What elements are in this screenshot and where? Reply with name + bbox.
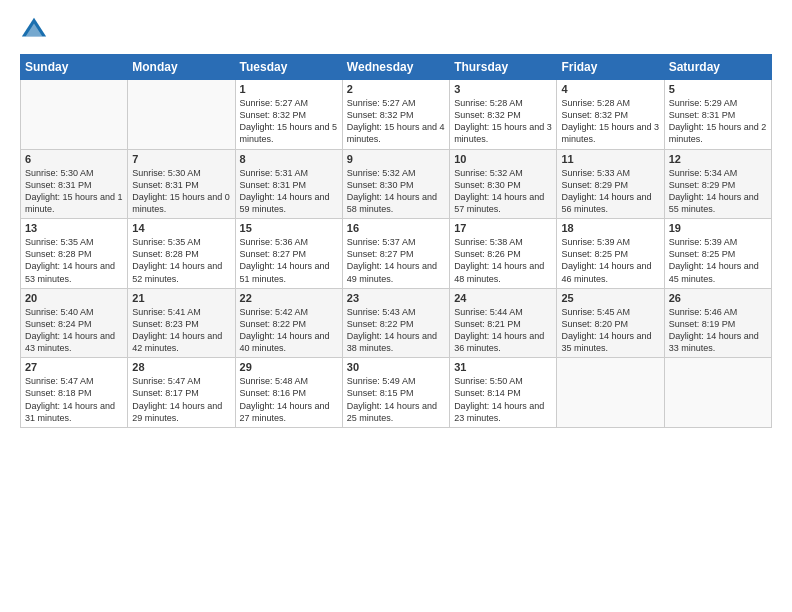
calendar-cell: 21Sunrise: 5:41 AMSunset: 8:23 PMDayligh… (128, 288, 235, 358)
day-number: 13 (25, 222, 123, 234)
day-number: 3 (454, 83, 552, 95)
logo (20, 16, 52, 44)
day-number: 14 (132, 222, 230, 234)
day-number: 24 (454, 292, 552, 304)
calendar-cell: 14Sunrise: 5:35 AMSunset: 8:28 PMDayligh… (128, 219, 235, 289)
calendar-cell (128, 80, 235, 150)
day-number: 21 (132, 292, 230, 304)
day-number: 10 (454, 153, 552, 165)
calendar-cell: 22Sunrise: 5:42 AMSunset: 8:22 PMDayligh… (235, 288, 342, 358)
weekday-header-wednesday: Wednesday (342, 55, 449, 80)
day-info: Sunrise: 5:35 AMSunset: 8:28 PMDaylight:… (132, 236, 230, 285)
day-info: Sunrise: 5:45 AMSunset: 8:20 PMDaylight:… (561, 306, 659, 355)
calendar-cell: 3Sunrise: 5:28 AMSunset: 8:32 PMDaylight… (450, 80, 557, 150)
day-info: Sunrise: 5:44 AMSunset: 8:21 PMDaylight:… (454, 306, 552, 355)
calendar-cell: 26Sunrise: 5:46 AMSunset: 8:19 PMDayligh… (664, 288, 771, 358)
day-info: Sunrise: 5:28 AMSunset: 8:32 PMDaylight:… (454, 97, 552, 146)
calendar-table: SundayMondayTuesdayWednesdayThursdayFrid… (20, 54, 772, 428)
calendar-cell: 13Sunrise: 5:35 AMSunset: 8:28 PMDayligh… (21, 219, 128, 289)
page-header (20, 16, 772, 44)
day-info: Sunrise: 5:50 AMSunset: 8:14 PMDaylight:… (454, 375, 552, 424)
day-number: 23 (347, 292, 445, 304)
day-info: Sunrise: 5:31 AMSunset: 8:31 PMDaylight:… (240, 167, 338, 216)
day-number: 22 (240, 292, 338, 304)
weekday-header-row: SundayMondayTuesdayWednesdayThursdayFrid… (21, 55, 772, 80)
day-number: 8 (240, 153, 338, 165)
calendar-cell: 16Sunrise: 5:37 AMSunset: 8:27 PMDayligh… (342, 219, 449, 289)
day-number: 28 (132, 361, 230, 373)
day-number: 12 (669, 153, 767, 165)
day-info: Sunrise: 5:46 AMSunset: 8:19 PMDaylight:… (669, 306, 767, 355)
day-number: 30 (347, 361, 445, 373)
day-number: 16 (347, 222, 445, 234)
weekday-header-tuesday: Tuesday (235, 55, 342, 80)
calendar-cell: 2Sunrise: 5:27 AMSunset: 8:32 PMDaylight… (342, 80, 449, 150)
day-info: Sunrise: 5:29 AMSunset: 8:31 PMDaylight:… (669, 97, 767, 146)
calendar-cell: 9Sunrise: 5:32 AMSunset: 8:30 PMDaylight… (342, 149, 449, 219)
calendar-cell: 18Sunrise: 5:39 AMSunset: 8:25 PMDayligh… (557, 219, 664, 289)
day-number: 17 (454, 222, 552, 234)
day-info: Sunrise: 5:30 AMSunset: 8:31 PMDaylight:… (25, 167, 123, 216)
day-number: 31 (454, 361, 552, 373)
calendar-cell (557, 358, 664, 428)
day-info: Sunrise: 5:32 AMSunset: 8:30 PMDaylight:… (347, 167, 445, 216)
day-number: 9 (347, 153, 445, 165)
calendar-cell: 20Sunrise: 5:40 AMSunset: 8:24 PMDayligh… (21, 288, 128, 358)
calendar-cell (21, 80, 128, 150)
weekday-header-saturday: Saturday (664, 55, 771, 80)
day-info: Sunrise: 5:33 AMSunset: 8:29 PMDaylight:… (561, 167, 659, 216)
day-info: Sunrise: 5:41 AMSunset: 8:23 PMDaylight:… (132, 306, 230, 355)
day-number: 29 (240, 361, 338, 373)
calendar-cell: 24Sunrise: 5:44 AMSunset: 8:21 PMDayligh… (450, 288, 557, 358)
calendar-cell: 10Sunrise: 5:32 AMSunset: 8:30 PMDayligh… (450, 149, 557, 219)
calendar-cell: 12Sunrise: 5:34 AMSunset: 8:29 PMDayligh… (664, 149, 771, 219)
calendar-week-row: 20Sunrise: 5:40 AMSunset: 8:24 PMDayligh… (21, 288, 772, 358)
day-number: 11 (561, 153, 659, 165)
day-info: Sunrise: 5:28 AMSunset: 8:32 PMDaylight:… (561, 97, 659, 146)
calendar-cell: 27Sunrise: 5:47 AMSunset: 8:18 PMDayligh… (21, 358, 128, 428)
calendar-week-row: 13Sunrise: 5:35 AMSunset: 8:28 PMDayligh… (21, 219, 772, 289)
day-number: 7 (132, 153, 230, 165)
day-info: Sunrise: 5:48 AMSunset: 8:16 PMDaylight:… (240, 375, 338, 424)
calendar-cell: 6Sunrise: 5:30 AMSunset: 8:31 PMDaylight… (21, 149, 128, 219)
day-info: Sunrise: 5:39 AMSunset: 8:25 PMDaylight:… (669, 236, 767, 285)
day-info: Sunrise: 5:49 AMSunset: 8:15 PMDaylight:… (347, 375, 445, 424)
calendar-cell: 25Sunrise: 5:45 AMSunset: 8:20 PMDayligh… (557, 288, 664, 358)
weekday-header-sunday: Sunday (21, 55, 128, 80)
day-number: 19 (669, 222, 767, 234)
day-number: 4 (561, 83, 659, 95)
day-info: Sunrise: 5:39 AMSunset: 8:25 PMDaylight:… (561, 236, 659, 285)
calendar-cell: 7Sunrise: 5:30 AMSunset: 8:31 PMDaylight… (128, 149, 235, 219)
calendar-week-row: 27Sunrise: 5:47 AMSunset: 8:18 PMDayligh… (21, 358, 772, 428)
weekday-header-friday: Friday (557, 55, 664, 80)
day-info: Sunrise: 5:43 AMSunset: 8:22 PMDaylight:… (347, 306, 445, 355)
day-number: 5 (669, 83, 767, 95)
day-info: Sunrise: 5:42 AMSunset: 8:22 PMDaylight:… (240, 306, 338, 355)
day-number: 27 (25, 361, 123, 373)
day-number: 6 (25, 153, 123, 165)
day-info: Sunrise: 5:36 AMSunset: 8:27 PMDaylight:… (240, 236, 338, 285)
day-number: 26 (669, 292, 767, 304)
calendar-cell: 8Sunrise: 5:31 AMSunset: 8:31 PMDaylight… (235, 149, 342, 219)
calendar-cell: 29Sunrise: 5:48 AMSunset: 8:16 PMDayligh… (235, 358, 342, 428)
day-info: Sunrise: 5:27 AMSunset: 8:32 PMDaylight:… (347, 97, 445, 146)
calendar-week-row: 1Sunrise: 5:27 AMSunset: 8:32 PMDaylight… (21, 80, 772, 150)
calendar-cell: 15Sunrise: 5:36 AMSunset: 8:27 PMDayligh… (235, 219, 342, 289)
day-info: Sunrise: 5:47 AMSunset: 8:17 PMDaylight:… (132, 375, 230, 424)
calendar-cell: 23Sunrise: 5:43 AMSunset: 8:22 PMDayligh… (342, 288, 449, 358)
day-info: Sunrise: 5:30 AMSunset: 8:31 PMDaylight:… (132, 167, 230, 216)
day-info: Sunrise: 5:40 AMSunset: 8:24 PMDaylight:… (25, 306, 123, 355)
calendar-cell (664, 358, 771, 428)
day-info: Sunrise: 5:34 AMSunset: 8:29 PMDaylight:… (669, 167, 767, 216)
day-info: Sunrise: 5:32 AMSunset: 8:30 PMDaylight:… (454, 167, 552, 216)
day-number: 1 (240, 83, 338, 95)
day-number: 25 (561, 292, 659, 304)
calendar-cell: 28Sunrise: 5:47 AMSunset: 8:17 PMDayligh… (128, 358, 235, 428)
calendar-cell: 1Sunrise: 5:27 AMSunset: 8:32 PMDaylight… (235, 80, 342, 150)
logo-icon (20, 16, 48, 44)
day-number: 20 (25, 292, 123, 304)
day-number: 18 (561, 222, 659, 234)
calendar-cell: 11Sunrise: 5:33 AMSunset: 8:29 PMDayligh… (557, 149, 664, 219)
calendar-week-row: 6Sunrise: 5:30 AMSunset: 8:31 PMDaylight… (21, 149, 772, 219)
day-info: Sunrise: 5:27 AMSunset: 8:32 PMDaylight:… (240, 97, 338, 146)
